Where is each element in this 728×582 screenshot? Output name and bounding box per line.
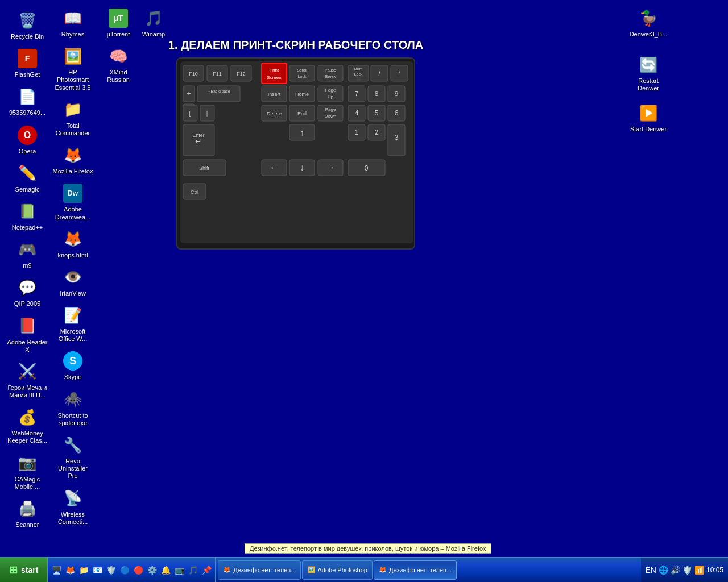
icon-mozillafirefox[interactable]: 🦊 Mozilla Firefox: [50, 142, 96, 177]
icon-scanner[interactable]: 🖨️ Scanner: [5, 495, 50, 531]
icon-hpphotosmart[interactable]: 🖼️ HP Photosmart Essential 3.5: [50, 43, 96, 94]
icon-wireless[interactable]: 📡 Wireless Connecti...: [50, 485, 96, 528]
start-label: start: [21, 566, 38, 575]
quick-launch-area: 🖥️ 🦊 📁 📧 🛡️ 🔵 🔴 ⚙️ 🔔 📺 🎵 📌: [48, 558, 216, 583]
icon-semagic-label: Semagic: [15, 186, 40, 193]
start-button[interactable]: ⊞ start: [0, 558, 48, 583]
taskbar-photoshop-icon: 🖼️: [307, 566, 315, 573]
taskbar-items: 🦊 Дезинфо.нет: телеп... 🖼️ Adobe Photosh…: [216, 560, 640, 580]
system-tray: EN 🌐 🔊 🛡️ 📶 10:05: [641, 558, 728, 583]
icon-shortcut-label: Shortcut to spider.exe: [52, 412, 93, 427]
taskbar-btn-firefox2[interactable]: 🦊 Дезинфо.нет: телеп...: [374, 560, 457, 580]
svg-text:Lock: Lock: [298, 74, 307, 78]
ql-misc7[interactable]: 📌: [200, 564, 213, 576]
ql-misc5[interactable]: 📺: [173, 564, 185, 576]
content-area: 1. ДЕЛАЕМ ПРИНТ-СКРИН РАБОЧЕГО СТОЛА F10…: [108, 34, 483, 250]
ql-show-desktop[interactable]: 🖥️: [50, 564, 63, 576]
ql-antivirus[interactable]: 🛡️: [105, 564, 117, 576]
icon-rhymes[interactable]: 📖 Rhymes: [50, 5, 96, 40]
svg-text:8: 8: [375, 90, 379, 98]
svg-text:3: 3: [395, 134, 399, 142]
taskbar-photoshop-label: Adobe Photoshop: [317, 567, 367, 573]
icon-totalcommander[interactable]: 📁 Total Commander: [50, 96, 96, 139]
tray-signal[interactable]: 📶: [694, 566, 704, 575]
ql-outlook[interactable]: 📧: [91, 564, 104, 576]
icon-denwer3b-label: Denwer3_B...: [630, 31, 668, 38]
icon-flashget-label: FlashGet: [15, 71, 40, 78]
svg-text:→: →: [326, 163, 335, 172]
svg-text:6: 6: [395, 109, 399, 117]
svg-text:Shift: Shift: [199, 165, 210, 171]
taskbar-firefox2-label: Дезинфо.нет: телеп...: [389, 567, 452, 573]
icon-irfanview[interactable]: 👁️ IrfanView: [50, 264, 96, 300]
icon-qip2005-label: QIP 2005: [14, 300, 40, 307]
svg-rect-8: [262, 63, 287, 84]
svg-text:*: *: [398, 70, 401, 77]
svg-text:Delete: Delete: [267, 111, 282, 117]
icon-msoffice-label: Microsoft Office W...: [52, 328, 93, 343]
icon-camagic-label: CAMagic Mobile ...: [7, 476, 48, 490]
icon-irfanview-label: IrfanView: [60, 290, 86, 297]
icon-camagic[interactable]: 📷 CAMagic Mobile ...: [5, 450, 50, 493]
icon-flashget[interactable]: F FlashGet: [5, 45, 50, 81]
icon-qip2005[interactable]: 💬 QIP 2005: [5, 274, 50, 310]
taskbar-btn-firefox1[interactable]: 🦊 Дезинфо.нет: телеп...: [218, 560, 301, 580]
icon-adobereader[interactable]: 📕 Adobe Reader X: [5, 313, 50, 356]
icon-mozillafirefox-label: Mozilla Firefox: [53, 168, 93, 175]
icon-heroes-label: Герои Меча и Магии III П...: [7, 384, 48, 399]
tray-antivirus[interactable]: 🛡️: [682, 566, 692, 575]
icon-adobedreamweaver-label: Adobe Dreamwea...: [52, 206, 93, 221]
tray-volume[interactable]: 🔊: [671, 566, 680, 575]
icon-recycle-bin-label: Recycle Bin: [11, 33, 44, 40]
ql-misc2[interactable]: 🔴: [132, 564, 144, 576]
keyboard-svg: F10 F11 F12 Print Screen Scroll Lock Pau…: [177, 59, 415, 246]
icon-startdenwer[interactable]: ▶️ Start Denwer: [626, 99, 671, 135]
icon-notepadpp[interactable]: 📗 Notepad++: [5, 198, 50, 234]
windows-icon: ⊞: [9, 564, 18, 576]
icon-knops[interactable]: 🦊 knops.html: [50, 226, 96, 261]
keyboard-image: F10 F11 F12 Print Screen Scroll Lock Pau…: [176, 57, 415, 250]
icon-semagic[interactable]: ✏️ Semagic: [5, 160, 50, 196]
icon-revo-label: Revo Uninstaller Pro: [52, 458, 93, 480]
tray-network[interactable]: 🌐: [659, 566, 668, 575]
icon-shortcut[interactable]: 🕷️ Shortcut to spider.exe: [50, 386, 96, 429]
ql-misc1[interactable]: 🔵: [118, 564, 131, 576]
icon-webmoney-label: WebMoney Keeper Clas...: [7, 430, 48, 444]
icon-adobedreamweaver[interactable]: Dw Adobe Dreamwea...: [50, 180, 96, 223]
svg-text:9: 9: [395, 90, 399, 98]
svg-text:Insert: Insert: [268, 92, 281, 97]
tray-lang[interactable]: EN: [646, 566, 656, 575]
icon-denwer3b[interactable]: 🦆 Denwer3_B...: [626, 5, 671, 40]
icon-skype-label: Skype: [64, 373, 82, 381]
icon-file-953[interactable]: 📄 953597649...: [5, 83, 50, 119]
ql-firefox[interactable]: 🦊: [64, 564, 76, 576]
svg-text:↓: ↓: [300, 163, 304, 172]
icon-skype[interactable]: S Skype: [50, 347, 96, 383]
ql-misc6[interactable]: 🎵: [187, 564, 199, 576]
svg-text:↑: ↑: [300, 128, 304, 138]
svg-text:←Backspace: ←Backspace: [206, 89, 230, 94]
icon-heroes[interactable]: ⚔️ Герои Меча и Магии III П...: [5, 358, 50, 401]
icon-recycle-bin[interactable]: 🗑️ Recycle Bin: [5, 7, 50, 43]
svg-text:F11: F11: [213, 71, 222, 77]
icon-msoffice[interactable]: 📝 Microsoft Office W...: [50, 302, 96, 345]
icon-opera[interactable]: O Opera: [5, 122, 50, 157]
svg-text:↵: ↵: [195, 136, 202, 146]
ql-misc4[interactable]: 🔔: [159, 564, 172, 576]
icon-file-953-label: 953597649...: [9, 109, 46, 117]
icon-m9[interactable]: 🎮 m9: [5, 236, 50, 272]
icon-knops-label: knops.html: [57, 252, 88, 259]
svg-text:Page: Page: [325, 107, 336, 112]
svg-text:Num: Num: [354, 67, 363, 71]
taskbar-btn-photoshop[interactable]: 🖼️ Adobe Photoshop: [302, 560, 372, 580]
taskbar-firefox2-icon: 🦊: [379, 566, 387, 573]
step-title: 1. ДЕЛАЕМ ПРИНТ-СКРИН РАБОЧЕГО СТОЛА: [108, 34, 483, 57]
ql-misc3[interactable]: ⚙️: [146, 564, 158, 576]
icon-webmoney[interactable]: 💰 WebMoney Keeper Clas...: [5, 404, 50, 447]
icon-notepadpp-label: Notepad++: [12, 224, 43, 231]
svg-text:|: |: [206, 110, 208, 117]
icon-restartdenwer[interactable]: 🔄 Restart Denwer: [626, 51, 671, 94]
icon-revo[interactable]: 🔧 Revo Uninstaller Pro: [50, 431, 96, 483]
icon-m9-label: m9: [23, 262, 31, 269]
ql-explorer[interactable]: 📁: [77, 564, 90, 576]
